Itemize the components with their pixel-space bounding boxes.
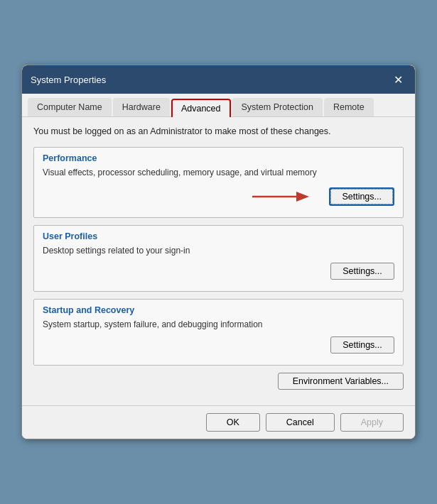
tab-advanced[interactable]: Advanced — [171, 99, 231, 117]
performance-title: Performance — [43, 153, 394, 163]
dialog-footer: OK Cancel Apply — [22, 405, 415, 439]
arrow-container — [43, 188, 315, 205]
startup-recovery-desc: System startup, system failure, and debu… — [43, 319, 394, 329]
dialog-title: System Properties — [31, 75, 106, 85]
performance-section: Performance Visual effects, processor sc… — [33, 147, 404, 218]
tab-hardware[interactable]: Hardware — [113, 98, 170, 116]
tab-remote[interactable]: Remote — [324, 98, 374, 116]
tab-bar: Computer Name Hardware Advanced System P… — [22, 94, 415, 117]
title-bar: System Properties ✕ — [22, 65, 415, 94]
user-profiles-desc: Desktop settings related to your sign-in — [43, 246, 394, 256]
admin-notice: You must be logged on as an Administrato… — [33, 126, 404, 138]
startup-recovery-settings-button[interactable]: Settings... — [330, 336, 394, 354]
env-row: Environment Variables... — [33, 373, 404, 390]
svg-marker-1 — [296, 192, 309, 202]
ok-button[interactable]: OK — [206, 413, 260, 432]
startup-recovery-footer: Settings... — [43, 336, 394, 356]
tab-computer-name[interactable]: Computer Name — [28, 98, 112, 116]
tab-system-protection[interactable]: System Protection — [232, 98, 323, 116]
arrow-icon — [252, 188, 309, 205]
user-profiles-section: User Profiles Desktop settings related t… — [33, 225, 404, 292]
tab-content: You must be logged on as an Administrato… — [22, 117, 415, 405]
apply-button[interactable]: Apply — [340, 413, 404, 432]
cancel-button[interactable]: Cancel — [266, 413, 335, 432]
performance-footer: Settings... — [43, 185, 394, 209]
startup-recovery-title: Startup and Recovery — [43, 305, 394, 315]
environment-variables-button[interactable]: Environment Variables... — [278, 373, 404, 390]
performance-desc: Visual effects, processor scheduling, me… — [43, 168, 394, 177]
performance-settings-button[interactable]: Settings... — [329, 187, 394, 206]
user-profiles-title: User Profiles — [43, 231, 394, 241]
user-profiles-footer: Settings... — [43, 263, 394, 283]
close-button[interactable]: ✕ — [389, 71, 406, 88]
startup-recovery-section: Startup and Recovery System startup, sys… — [33, 299, 404, 366]
user-profiles-settings-button[interactable]: Settings... — [330, 263, 394, 280]
system-properties-dialog: System Properties ✕ Computer Name Hardwa… — [21, 65, 416, 439]
